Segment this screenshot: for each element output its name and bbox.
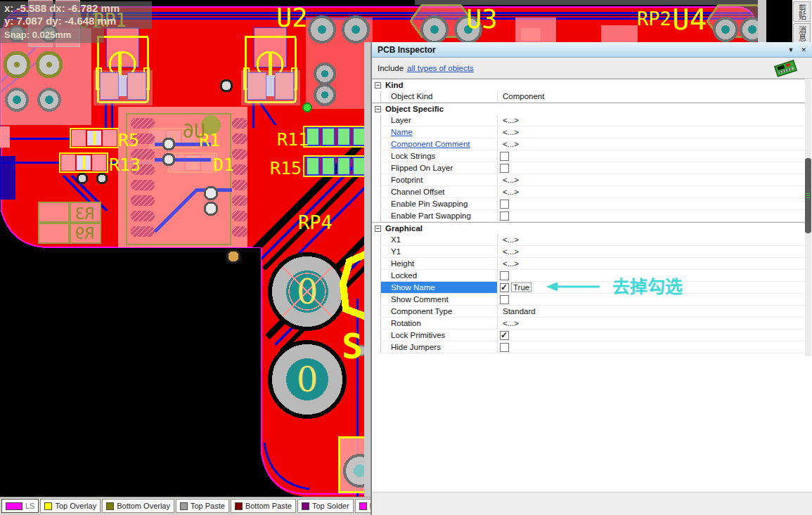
collapse-icon[interactable] (375, 106, 381, 112)
layer-tab-bottom-paste[interactable]: Bottom Paste (231, 499, 296, 513)
pcb-vscrollbar[interactable] (758, 0, 766, 44)
prop-label: Y1 (381, 246, 498, 257)
prop-row-hide-jumpers[interactable]: Hide Jumpers (380, 341, 805, 353)
scrollbar-thumb[interactable] (805, 158, 811, 233)
label-u3: U3 (466, 4, 498, 34)
checkbox-lock-primitives[interactable] (500, 331, 509, 340)
prop-value: <...> (503, 247, 519, 256)
label-r3-mirrored: R3 (75, 204, 94, 223)
prop-row-object-kind[interactable]: Object KindComponent (380, 91, 805, 103)
side-panel-tab[interactable]: 剪贴 (793, 1, 811, 22)
prop-value-cell[interactable]: <...> (498, 318, 805, 329)
hole-top-zero: 0 (297, 272, 318, 311)
left-copper-patch (0, 156, 15, 200)
prop-value-cell[interactable]: Standard (498, 306, 805, 317)
prop-value-cell[interactable]: Component (498, 91, 805, 102)
corner-black (766, 0, 792, 44)
annotation-arrow-icon (546, 281, 601, 292)
prop-row-x1[interactable]: X1<...> (380, 234, 805, 246)
layer-tab-label: Top Overlay (55, 502, 96, 510)
coordinate-hud: x: -5.588 dx: -6.782 mm y: 7.087 dy: -4.… (0, 1, 152, 43)
prop-row-lock-primitives[interactable]: Lock Primitives (380, 330, 805, 341)
prop-row-show-comment[interactable]: Show Comment (380, 294, 805, 306)
checkbox-enable-pin-swapping[interactable] (500, 200, 509, 209)
checkbox-locked[interactable] (500, 271, 509, 280)
prop-label: Show Name (381, 282, 498, 293)
prop-label[interactable]: Component Comment (381, 138, 498, 150)
prop-label: Rotation (381, 318, 498, 329)
prop-value-cell[interactable] (498, 330, 805, 341)
layer-tab-top-overlay[interactable]: Top Overlay (40, 499, 101, 513)
close-icon[interactable]: ✕ (801, 46, 806, 53)
prop-value: <...> (503, 319, 519, 327)
prop-value-cell[interactable] (498, 198, 805, 209)
section-header-graphical[interactable]: Graphical (372, 222, 805, 234)
prop-value-cell[interactable]: <...> (498, 246, 805, 257)
layer-tab-label: Top Paste (191, 502, 225, 510)
collapse-icon[interactable] (375, 82, 381, 89)
prop-row-component-type[interactable]: Component TypeStandard (380, 306, 805, 318)
inspector-scrollbar[interactable] (805, 79, 811, 356)
pcb-board-icon (773, 58, 798, 79)
section-header-kind[interactable]: Kind (372, 79, 805, 91)
prop-row-lock-strings[interactable]: Lock Strings (380, 150, 805, 162)
prop-value-cell[interactable] (498, 150, 805, 162)
layer-color-swatch (44, 502, 52, 510)
prop-value-cell[interactable] (498, 162, 805, 174)
checkbox-show-comment[interactable] (500, 295, 509, 304)
layer-tab-bottom-overlay[interactable]: Bottom Overlay (102, 499, 174, 513)
layer-color-swatch (359, 502, 367, 510)
section-header-object-specific[interactable]: Object Specific (372, 103, 805, 115)
layer-tab-top-paste[interactable]: Top Paste (176, 499, 229, 513)
panel-header[interactable]: PCB Inspector ▼ ✕ (372, 42, 812, 58)
prop-row-y1[interactable]: Y1<...> (380, 246, 805, 258)
prop-row-layer[interactable]: Layer<...> (380, 115, 805, 126)
layer-tab-label: LS (25, 502, 34, 510)
label-rp4: RP4 (298, 211, 333, 233)
prop-row-height[interactable]: Height<...> (380, 258, 805, 270)
prop-value-cell[interactable]: <...> (498, 186, 805, 197)
include-row: Include all types of objects (372, 58, 812, 79)
side-panel-tab[interactable]: 消息 (793, 23, 811, 44)
checkbox-lock-strings[interactable] (500, 152, 509, 161)
prop-row-channel-offset[interactable]: Channel Offset<...> (380, 186, 805, 198)
prop-row-footprint[interactable]: Footprint<...> (380, 174, 805, 186)
checkbox-enable-part-swapping[interactable] (500, 211, 509, 221)
prop-value-cell[interactable]: <...> (498, 138, 805, 150)
prop-value-cell[interactable]: <...> (498, 258, 805, 269)
prop-row-enable-pin-swapping[interactable]: Enable Pin Swapping (380, 198, 805, 210)
prop-row-flipped-on-layer[interactable]: Flipped On Layer (380, 162, 805, 174)
panel-splitter[interactable] (364, 42, 371, 515)
include-label: Include (378, 64, 404, 72)
layer-tab-top-solder[interactable]: Top Solder (297, 499, 354, 513)
prop-value-cell[interactable]: <...> (498, 115, 805, 126)
layer-tab-bo[interactable]: Bo (355, 499, 370, 513)
prop-row-name[interactable]: Name<...> (380, 126, 805, 138)
prop-row-rotation[interactable]: Rotation<...> (380, 318, 805, 330)
layer-tab-ls[interactable]: LS (1, 499, 39, 513)
prop-value: <...> (503, 116, 519, 124)
hud-y-line: y: 7.087 dy: -4.648 mm (4, 15, 146, 27)
prop-value-cell[interactable]: <...> (498, 126, 805, 138)
prop-value-cell[interactable] (498, 341, 805, 353)
collapse-icon[interactable] (375, 226, 381, 232)
prop-label[interactable]: Name (381, 126, 498, 138)
prop-label: Object Kind (381, 91, 498, 102)
include-scope-link[interactable]: all types of objects (407, 64, 474, 72)
prop-label: Hide Jumpers (381, 341, 498, 353)
panel-menu-icon[interactable]: ▼ (788, 46, 794, 53)
annotation-callout: 去掉勾选 (546, 280, 683, 294)
prop-value-cell[interactable]: <...> (498, 234, 805, 245)
checkbox-show-name[interactable] (500, 283, 509, 292)
prop-value-cell[interactable] (498, 210, 805, 221)
prop-row-component-comment[interactable]: Component Comment<...> (380, 138, 805, 150)
checkbox-hide-jumpers[interactable] (500, 343, 509, 352)
prop-value-cell[interactable]: <...> (498, 174, 805, 185)
panel-footer (372, 492, 812, 515)
prop-label: Flipped On Layer (381, 162, 498, 174)
checkbox-flipped-on-layer[interactable] (500, 164, 509, 173)
prop-row-enable-part-swapping[interactable]: Enable Part Swapping (380, 210, 805, 222)
prop-label: Height (381, 258, 498, 269)
prop-label: Locked (381, 270, 498, 281)
layer-color-swatch (106, 502, 114, 510)
